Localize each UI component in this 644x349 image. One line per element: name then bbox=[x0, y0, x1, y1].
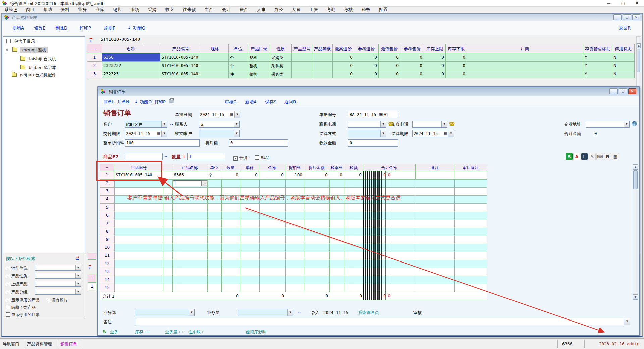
lookup-ellipsis-button[interactable]: … bbox=[201, 180, 207, 186]
filter-group-checkbox[interactable]: 产品分组 bbox=[6, 289, 28, 295]
sales-grid-scrollbar[interactable]: ▲ ▼ bbox=[633, 164, 638, 300]
tree-node-taishiji[interactable]: taishiji 台式机 bbox=[20, 56, 56, 62]
note-field[interactable] bbox=[135, 318, 630, 325]
name-edit-input[interactable]: | bbox=[173, 180, 201, 186]
product-minimize-icon[interactable]: ▁ bbox=[613, 14, 622, 20]
discount-field[interactable]: 100 bbox=[125, 139, 200, 147]
refresh-cycle-icon[interactable]: ↻ bbox=[103, 329, 107, 334]
contact-combo[interactable]: 无▼ bbox=[199, 121, 240, 128]
received-field[interactable]: 0 bbox=[348, 139, 398, 147]
menu-market[interactable]: 市场 bbox=[126, 7, 144, 13]
sales-restore-icon[interactable]: ▢ bbox=[619, 88, 627, 94]
salesman-more-button[interactable]: .. bbox=[298, 309, 301, 314]
doc-date-field[interactable]: 2024-11-15▦▼ bbox=[199, 111, 240, 118]
table-row[interactable]: 2 2323232 STY1010-005-140-120 个 整机 采购类 0… bbox=[87, 62, 635, 70]
address-combo[interactable]: ▼ bbox=[586, 121, 630, 128]
product-close-icon[interactable]: ✕ bbox=[632, 14, 640, 20]
refresh-button[interactable]: 刷新F bbox=[104, 25, 115, 31]
merge-checkbox[interactable]: ✓ 合并 bbox=[233, 154, 248, 161]
filter-swap-icon[interactable]: →← bbox=[76, 256, 82, 262]
settle-method-combo[interactable]: ▼ bbox=[348, 130, 386, 137]
ime-pen-icon[interactable]: ✎ bbox=[589, 153, 596, 160]
menu-data[interactable]: 资料 bbox=[56, 7, 74, 13]
modify-button[interactable]: 修改E bbox=[34, 25, 45, 31]
menu-secretary[interactable]: 秘书 bbox=[357, 7, 375, 13]
status-product-tab[interactable]: 产品资料管理 bbox=[27, 341, 52, 347]
sort-swap-icon[interactable]: →← bbox=[89, 37, 95, 43]
tree-node-zhengji[interactable]: ∨ zhengji 整机 bbox=[6, 47, 48, 53]
delete-button[interactable]: 删除D bbox=[55, 25, 67, 31]
menu-attendance[interactable]: 考勤 bbox=[322, 7, 340, 13]
grid-row-1[interactable]: 1 STY1010-005-140 6366 个 0 0 0 100 0 0 0 bbox=[100, 171, 487, 179]
prev-doc-button[interactable]: 前单L bbox=[103, 99, 114, 105]
sales-minimize-icon[interactable]: ▁ bbox=[609, 88, 618, 94]
table-row[interactable]: 1 6366 STY1010-005-140 个 整机 采购类 0 0 0 0 … bbox=[87, 53, 635, 62]
gift-checkbox[interactable]: 赠品 bbox=[255, 154, 269, 161]
doc-no-field[interactable]: BA-24-11-15-0001 bbox=[348, 111, 398, 118]
phone-combo[interactable]: ▼ bbox=[348, 121, 386, 128]
volume-link[interactable]: 业务量++ bbox=[165, 329, 184, 335]
ime-keyboard-icon[interactable]: ⌨ bbox=[596, 153, 603, 160]
expander-icon[interactable]: ∨ bbox=[6, 48, 8, 52]
note-dropdown[interactable]: ▼ bbox=[623, 318, 630, 325]
menu-window[interactable]: 窗口 bbox=[21, 7, 39, 13]
tree-node-peijian[interactable]: peijian 台式机配件 bbox=[12, 72, 56, 78]
menu-review[interactable]: 考核 bbox=[340, 7, 357, 13]
printer-icon[interactable] bbox=[169, 99, 174, 104]
minimize-icon[interactable]: — bbox=[602, 0, 616, 7]
menu-payment[interactable]: 收支 bbox=[161, 7, 178, 13]
after-disc-field[interactable]: 0 bbox=[229, 139, 288, 147]
filter-nature-checkbox[interactable]: 产品性质 bbox=[6, 273, 28, 279]
table-row[interactable]: 3 232323 STY1010-005-140-300 件 整机 采购类 0 … bbox=[87, 70, 635, 78]
menu-config[interactable]: 配置 bbox=[375, 7, 392, 13]
add-button[interactable]: 新增A bbox=[12, 25, 24, 31]
menu-accounting[interactable]: 会计 bbox=[218, 7, 235, 13]
qty-field[interactable]: 1 bbox=[187, 153, 225, 160]
restore-icon[interactable]: ▢ bbox=[616, 0, 630, 7]
show-stopped-checkbox[interactable]: 显示停用的产品 bbox=[6, 297, 40, 303]
ime-grid-icon[interactable]: ▦ bbox=[612, 153, 619, 160]
menu-assets[interactable]: 资产 bbox=[235, 7, 253, 13]
filter-group-combo[interactable]: ▼ bbox=[35, 289, 81, 295]
product-restore-icon[interactable]: ▢ bbox=[623, 14, 631, 20]
next-doc-button[interactable]: 后单N bbox=[117, 99, 129, 105]
menu-system[interactable]: 系统 F bbox=[0, 7, 21, 13]
filter-parent-checkbox[interactable]: 上级产品 bbox=[6, 281, 28, 287]
menu-office[interactable]: 办公 bbox=[270, 7, 287, 13]
menu-production[interactable]: 生产 bbox=[200, 7, 218, 13]
virtual-link[interactable]: 虚拟库影响 bbox=[246, 329, 267, 335]
grid-empty-rows[interactable] bbox=[100, 179, 487, 292]
menu-accounts[interactable]: 往来款 bbox=[178, 7, 200, 13]
include-sub-checkbox[interactable]: 包含子目录 bbox=[6, 39, 35, 44]
close-icon[interactable]: ✕ bbox=[630, 0, 644, 7]
status-sales-tab[interactable]: 销售订单 bbox=[60, 341, 77, 347]
fragment-swap-icon[interactable]: →← bbox=[88, 264, 94, 270]
func-button[interactable]: 功能O bbox=[133, 25, 145, 31]
tree-node-bijiben[interactable]: bijiben 笔记本 bbox=[20, 65, 56, 71]
fax-combo[interactable]: ▼ bbox=[412, 121, 447, 128]
menu-warehouse[interactable]: 仓库 bbox=[91, 7, 109, 13]
audit-button[interactable]: 审核C bbox=[225, 99, 236, 105]
show-stopped-dir-checkbox[interactable]: 显示停用的目录 bbox=[6, 312, 40, 318]
menu-help[interactable]: 帮助 bbox=[39, 7, 56, 13]
dept-combo[interactable]: ▼ bbox=[135, 309, 195, 316]
ime-user-icon[interactable]: ☻ bbox=[604, 153, 611, 160]
save-button[interactable]: 保存S bbox=[265, 99, 276, 105]
account-link[interactable]: 往来账+ bbox=[188, 329, 204, 335]
customer-more-button[interactable]: .. bbox=[170, 121, 173, 126]
menu-salary[interactable]: 工资 bbox=[305, 7, 322, 13]
salesman-combo[interactable]: ▼ bbox=[238, 309, 293, 316]
ime-sogou-icon[interactable]: S bbox=[566, 153, 573, 160]
ime-lang-icon[interactable]: A bbox=[573, 153, 580, 160]
sales-back-button[interactable]: 返回R bbox=[284, 99, 296, 105]
search-code-value[interactable]: STY1010-005-140 bbox=[101, 37, 140, 42]
sales-close-icon[interactable]: ✕ bbox=[628, 88, 636, 94]
filter-unit-combo[interactable]: ▼ bbox=[35, 265, 81, 271]
sales-func-button[interactable]: 功能O bbox=[140, 99, 152, 105]
menu-hr[interactable]: 人事 bbox=[253, 7, 270, 13]
menu-sales[interactable]: 销售 bbox=[109, 7, 126, 13]
menu-purchase[interactable]: 采购 bbox=[144, 7, 161, 13]
customer-combo[interactable]: 临时客户▼ bbox=[125, 121, 167, 128]
menu-business[interactable]: 业务 bbox=[74, 7, 91, 13]
back-button[interactable]: 返回R bbox=[619, 25, 631, 31]
